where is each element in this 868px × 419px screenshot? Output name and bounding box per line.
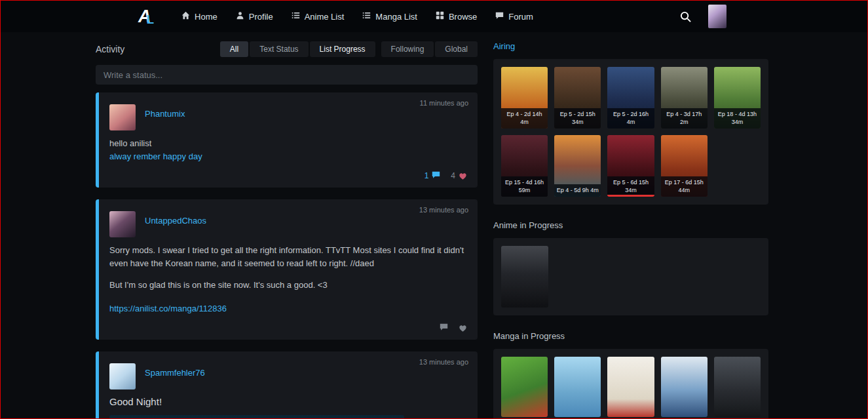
- page-title: Activity: [96, 44, 124, 54]
- activity-line: hello anilist: [109, 137, 467, 150]
- activity-actions: [109, 323, 467, 333]
- airing-cover[interactable]: Ep 4 - 2d 14h 4m: [501, 67, 548, 129]
- airing-cover[interactable]: Ep 5 - 2d 16h 4m: [607, 67, 654, 129]
- avatar[interactable]: [109, 104, 136, 130]
- manga-cover[interactable]: [554, 357, 601, 417]
- like-count: 4: [451, 171, 455, 180]
- avatar[interactable]: [109, 211, 136, 237]
- manga-cover[interactable]: [607, 357, 654, 417]
- activity-timestamp: 13 minutes ago: [419, 358, 468, 366]
- activity-timestamp: 11 minutes ago: [420, 99, 468, 107]
- activity-line: alway rember happy day: [109, 150, 467, 163]
- top-navbar: A L Home Profile Anime List Manga List: [1, 1, 867, 32]
- airing-cover[interactable]: Ep 5 - 2d 15h 34m: [554, 67, 601, 129]
- username-link[interactable]: Phantumix: [145, 109, 185, 119]
- chat-bubble-icon: [432, 170, 440, 181]
- grid-icon: [436, 11, 444, 22]
- nav-item-browse[interactable]: Browse: [436, 11, 477, 22]
- activity-image[interactable]: [109, 415, 404, 419]
- manga-link[interactable]: https://anilist.co/manga/112836: [109, 302, 227, 315]
- airing-countdown: Ep 4 - 5d 9h 4m: [554, 184, 601, 197]
- filter-group-scope: Following Global: [381, 41, 478, 57]
- airing-card: Ep 4 - 2d 14h 4m Ep 5 - 2d 15h 34m Ep 5 …: [493, 59, 768, 205]
- nav-item-label: Profile: [249, 12, 273, 22]
- anilist-home-page: A L Home Profile Anime List Manga List: [0, 0, 868, 419]
- activity-card: 13 minutes ago Spammfehler76 Good Night!: [96, 351, 478, 419]
- anime-progress-section-title[interactable]: Anime in Progress: [493, 220, 768, 230]
- manga-progress-card: 進撃の巨人: [493, 349, 768, 419]
- anilist-logo[interactable]: A L: [138, 8, 154, 26]
- activity-card: 13 minutes ago UntappedChaos Sorry mods.…: [96, 199, 478, 340]
- filter-text-status[interactable]: Text Status: [250, 41, 308, 57]
- avatar[interactable]: [109, 363, 136, 389]
- filter-following[interactable]: Following: [381, 41, 434, 57]
- username-link[interactable]: Spammfehler76: [145, 368, 205, 378]
- airing-progress-bar: [607, 195, 654, 197]
- nav-item-forum[interactable]: Forum: [495, 11, 533, 22]
- list-icon: [362, 11, 371, 22]
- airing-countdown: Ep 18 - 4d 13h 34m: [714, 108, 761, 129]
- activity-message: Good Night!: [109, 396, 467, 407]
- airing-grid: Ep 4 - 2d 14h 4m Ep 5 - 2d 15h 34m Ep 5 …: [501, 67, 761, 197]
- search-icon[interactable]: [680, 11, 691, 22]
- nav-item-anime-list[interactable]: Anime List: [292, 11, 345, 22]
- activity-header: UntappedChaos: [109, 211, 467, 237]
- airing-cover[interactable]: Ep 5 - 6d 15h 34m: [607, 135, 654, 197]
- heart-icon: [459, 172, 467, 180]
- nav-item-manga-list[interactable]: Manga List: [362, 11, 417, 22]
- nav-item-profile[interactable]: Profile: [236, 11, 273, 22]
- activity-text: Sorry mods. I swear I tried to get all t…: [109, 244, 467, 315]
- activity-timestamp: 13 minutes ago: [419, 206, 468, 214]
- airing-section-title[interactable]: Airing: [493, 41, 768, 51]
- like-action[interactable]: [459, 324, 467, 332]
- anime-progress-card: [493, 238, 768, 315]
- manga-cover[interactable]: [714, 357, 761, 417]
- nav-item-label: Anime List: [305, 12, 345, 22]
- manga-progress-section-title[interactable]: Manga in Progress: [493, 331, 768, 341]
- filter-list-progress[interactable]: List Progress: [310, 41, 375, 57]
- reply-action[interactable]: [440, 323, 448, 333]
- activity-text: hello anilist alway rember happy day: [109, 137, 467, 163]
- chat-bubble-icon: [440, 323, 448, 333]
- activity-filters: All Text Status List Progress Following …: [220, 41, 478, 57]
- reply-count: 1: [425, 171, 429, 180]
- activity-actions: 1 4: [109, 170, 467, 181]
- username-link[interactable]: UntappedChaos: [145, 216, 206, 226]
- activity-paragraph: But I'm so glad this is on the site now.…: [109, 279, 467, 292]
- nav-item-label: Forum: [508, 12, 533, 22]
- home-icon: [181, 11, 190, 22]
- airing-countdown: Ep 4 - 2d 14h 4m: [501, 108, 548, 129]
- reply-action[interactable]: 1: [425, 170, 441, 181]
- airing-countdown: Ep 5 - 6d 15h 34m: [607, 176, 654, 197]
- status-input[interactable]: [96, 65, 478, 85]
- filter-global[interactable]: Global: [435, 41, 478, 57]
- activity-header: Phantumix: [109, 104, 467, 130]
- activity-feed: Activity All Text Status List Progress F…: [96, 41, 478, 419]
- feed-header: Activity All Text Status List Progress F…: [96, 41, 478, 57]
- filter-all[interactable]: All: [220, 41, 248, 57]
- manga-cover[interactable]: [661, 357, 708, 417]
- airing-countdown: Ep 4 - 3d 17h 2m: [661, 108, 708, 129]
- list-icon: [292, 11, 300, 22]
- user-avatar[interactable]: [708, 5, 726, 28]
- airing-countdown: Ep 5 - 2d 15h 34m: [554, 108, 601, 129]
- airing-cover[interactable]: Ep 4 - 3d 17h 2m: [661, 67, 708, 129]
- anime-progress-cover[interactable]: [501, 246, 548, 308]
- activity-card: 11 minutes ago Phantumix hello anilist a…: [96, 92, 478, 188]
- airing-cover[interactable]: Ep 4 - 5d 9h 4m: [554, 135, 601, 197]
- airing-cover[interactable]: Ep 18 - 4d 13h 34m: [714, 67, 761, 129]
- nav-item-label: Manga List: [375, 12, 417, 22]
- nav-item-label: Browse: [449, 12, 477, 22]
- activity-header: Spammfehler76: [109, 363, 467, 389]
- forum-icon: [495, 11, 504, 22]
- nav-item-label: Home: [195, 12, 217, 22]
- airing-countdown: Ep 5 - 2d 16h 4m: [607, 108, 654, 129]
- main-content: Activity All Text Status List Progress F…: [1, 32, 867, 419]
- like-action[interactable]: 4: [451, 171, 467, 180]
- airing-countdown: Ep 15 - 4d 16h 59m: [501, 176, 548, 197]
- airing-cover[interactable]: Ep 17 - 6d 15h 44m: [661, 135, 708, 197]
- manga-cover[interactable]: [501, 357, 548, 417]
- airing-cover[interactable]: Ep 15 - 4d 16h 59m: [501, 135, 548, 197]
- nav-item-home[interactable]: Home: [181, 11, 217, 22]
- logo-letter-l: L: [147, 13, 155, 26]
